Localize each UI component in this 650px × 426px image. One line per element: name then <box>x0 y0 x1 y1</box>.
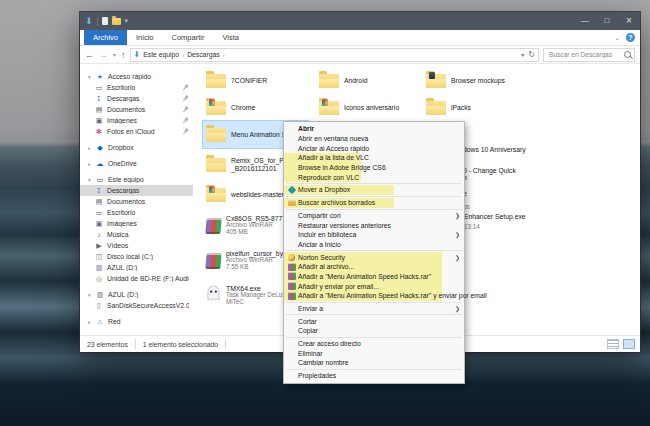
menu-item-a-adir-al-archivo-[interactable]: Añadir al archivo... <box>284 262 464 272</box>
menu-item-browse-in-adobe-bridge-cs6[interactable]: Browse in Adobe Bridge CS6 <box>284 163 464 173</box>
address-bar[interactable]: ⬇ Este equipo›Descargas› ▾ ↻ <box>130 48 539 62</box>
file-item[interactable]: iPacks <box>423 94 508 121</box>
file-item[interactable]: Android <box>316 67 402 94</box>
sidebar-item-label: Imágenes <box>107 220 189 227</box>
sidebar-item-descargas[interactable]: ↧Descargas <box>80 185 193 196</box>
menu-item-a-adir-a-la-lista-de-vlc[interactable]: Añadir a la lista de VLC <box>284 153 464 163</box>
sidebar-item-escritorio[interactable]: ▭Escritorio <box>80 207 193 218</box>
tab-compartir[interactable]: Compartir <box>163 30 214 45</box>
sidebar-item-azul-d-[interactable]: ▾▥AZUL (D:) <box>80 289 193 300</box>
ribbon-collapse-icon[interactable]: ⌄ <box>614 34 620 42</box>
sidebar-item-red[interactable]: ▸⌂Red <box>80 316 193 327</box>
menu-item-cortar[interactable]: Cortar <box>284 316 464 326</box>
qat-separator <box>97 17 98 26</box>
sidebar-item-sandisksecureaccessv2-0[interactable]: ▯SanDiskSecureAccessV2.0 <box>80 300 193 311</box>
menu-item-label: Eliminar <box>298 350 323 357</box>
sidebar-item-azul-d-[interactable]: ▥AZUL (D:) <box>80 262 193 273</box>
menu-item-anclar-al-acceso-r-pido[interactable]: Anclar al Acceso rápido <box>284 143 464 153</box>
sidebar-item-fotos-en-icloud[interactable]: ✽Fotos en iCloud <box>80 126 193 137</box>
address-dropdown-icon[interactable]: ▾ <box>521 51 524 58</box>
tab-archivo[interactable]: Archivo <box>84 30 127 45</box>
menu-item-cambiar-nombre[interactable]: Cambiar nombre <box>284 358 464 368</box>
sidebar-item-acceso-r-pido[interactable]: ▾★Acceso rápido <box>80 71 193 82</box>
breadcrumb-item[interactable]: Este equipo <box>143 51 179 58</box>
expand-chevron-icon[interactable]: ▸ <box>85 319 94 325</box>
winrar-icon <box>287 292 296 300</box>
sidebar-item-disco-local-c-[interactable]: ◫Disco local (C:) <box>80 251 193 262</box>
menu-item-propiedades[interactable]: Propiedades <box>284 371 464 381</box>
menu-separator <box>286 337 462 338</box>
menu-item-anclar-a-inicio[interactable]: Anclar a Inicio <box>284 240 464 250</box>
expand-chevron-icon[interactable]: ▸ <box>85 335 94 336</box>
sidebar-item-documentos[interactable]: ▤Documentos <box>80 104 193 115</box>
search-box[interactable] <box>543 48 635 62</box>
sidebar-item-este-equipo[interactable]: ▾▭Este equipo <box>80 174 193 185</box>
menu-item-reproducir-con-vlc[interactable]: Reproducir con VLC <box>284 172 464 182</box>
customize-quick-access-icon[interactable]: ▾ <box>125 17 129 25</box>
sidebar-item-v-deos[interactable]: ▶Vídeos <box>80 240 193 251</box>
details-view-icon[interactable] <box>607 339 619 349</box>
menu-item-buscar-archivos-borrados[interactable]: Buscar archivos borrados <box>284 198 464 208</box>
tab-vista[interactable]: Vista <box>213 30 248 45</box>
expand-chevron-icon[interactable]: ▾ <box>85 292 94 298</box>
search-input[interactable] <box>547 50 624 59</box>
drive-icon: ▥ <box>95 291 105 298</box>
refresh-icon[interactable]: ↻ <box>528 51 535 59</box>
expand-chevron-icon[interactable]: ▸ <box>85 145 94 151</box>
menu-item-label: Añadir a "Menu Animation Speed Hacks.rar… <box>298 292 487 299</box>
menu-item-a-adir-a-menu-animation-speed-hacks-rar-[interactable]: Añadir a "Menu Animation Speed Hacks.rar… <box>284 272 464 282</box>
expand-chevron-icon[interactable]: ▾ <box>85 177 94 183</box>
menu-item-mover-a-dropbox[interactable]: Mover a Dropbox <box>284 185 464 195</box>
menu-item-a-adir-y-enviar-por-email-[interactable]: Añadir y enviar por email... <box>284 281 464 291</box>
menu-item-eliminar[interactable]: Eliminar <box>284 348 464 358</box>
items-count: 23 elementos <box>85 339 136 349</box>
forward-button[interactable]: → <box>99 50 108 60</box>
sidebar-item-grupo-en-el-hogar[interactable]: ▸⌂Grupo en el hogar <box>80 332 193 335</box>
up-button[interactable]: ↑ <box>121 50 126 60</box>
file-item[interactable]: Browser mockups <box>423 67 508 94</box>
menu-item-abrir-en-ventana-nueva[interactable]: Abrir en ventana nueva <box>284 134 464 144</box>
star-icon: ★ <box>95 73 105 80</box>
help-icon[interactable]: ? <box>626 33 635 42</box>
sidebar-item-m-sica[interactable]: ♪Música <box>80 229 193 240</box>
expand-chevron-icon[interactable]: ▸ <box>85 161 94 167</box>
sidebar-item-escritorio[interactable]: ▭Escritorio <box>80 82 193 93</box>
sidebar-item-label: Documentos <box>107 198 189 205</box>
folder-content-preview <box>322 99 328 106</box>
recent-locations-icon[interactable]: ▾ <box>113 51 116 58</box>
close-button[interactable]: × <box>618 12 640 30</box>
file-item[interactable]: Iconos aniversario <box>316 94 402 121</box>
sidebar-item-label: AZUL (D:) <box>107 264 189 271</box>
breadcrumb-item[interactable]: Descargas <box>187 51 220 58</box>
file-item[interactable]: Chrome <box>203 94 308 121</box>
new-folder-icon[interactable] <box>112 18 121 25</box>
menu-item-crear-acceso-directo[interactable]: Crear acceso directo <box>284 339 464 349</box>
tab-inicio[interactable]: Inicio <box>127 30 163 45</box>
menu-item-restaurar-versiones-anteriores[interactable]: Restaurar versiones anteriores <box>284 220 464 230</box>
menu-item-label: Restaurar versiones anteriores <box>298 222 391 229</box>
maximize-button[interactable]: □ <box>596 12 618 30</box>
menu-item-enviar-a[interactable]: Enviar a❯ <box>284 304 464 314</box>
menu-separator <box>286 250 462 251</box>
menu-item-a-adir-a-menu-animation-speed-hacks-rar-[interactable]: Añadir a "Menu Animation Speed Hacks.rar… <box>284 291 464 301</box>
sidebar-item-im-genes[interactable]: ▣Imágenes <box>80 115 193 126</box>
expand-chevron-icon[interactable]: ▾ <box>85 74 94 80</box>
sidebar-item-onedrive[interactable]: ▸☁OneDrive <box>80 158 193 169</box>
sidebar-item-im-genes[interactable]: ▣Imágenes <box>80 218 193 229</box>
menu-item-compartir-con[interactable]: Compartir con❯ <box>284 211 464 221</box>
thumbnails-view-icon[interactable] <box>623 339 635 349</box>
properties-icon[interactable] <box>102 17 108 25</box>
minimize-button[interactable]: — <box>574 12 596 30</box>
menu-item-label: Anclar a Inicio <box>298 241 341 248</box>
sidebar-item-documentos[interactable]: ▤Documentos <box>80 196 193 207</box>
recover-icon <box>287 200 296 206</box>
sidebar-item-dropbox[interactable]: ▸◆Dropbox <box>80 142 193 153</box>
back-button[interactable]: ← <box>85 50 94 60</box>
file-item[interactable]: 7CONIFIER <box>203 67 308 94</box>
sidebar-item-descargas[interactable]: ↧Descargas <box>80 93 193 104</box>
menu-item-copiar[interactable]: Copiar <box>284 326 464 336</box>
menu-item-norton-security[interactable]: Norton Security❯ <box>284 252 464 262</box>
menu-item-incluir-en-biblioteca[interactable]: Incluir en biblioteca❯ <box>284 230 464 240</box>
sidebar-item-unidad-de-bd-re-f-audio-cd[interactable]: ◎Unidad de BD-RE (F:) Audio CD <box>80 273 193 284</box>
menu-item-abrir[interactable]: Abrir <box>284 124 464 134</box>
